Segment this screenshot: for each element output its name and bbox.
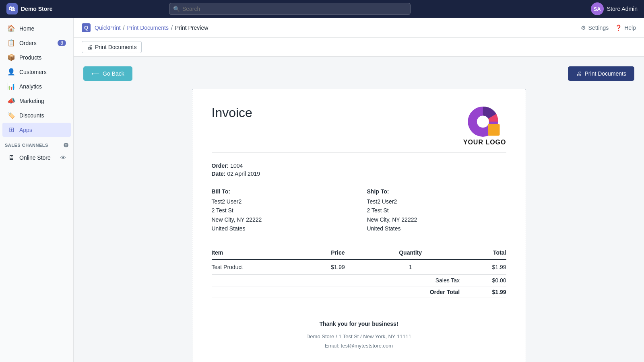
bill-to-country: United States xyxy=(212,224,351,233)
ship-to-city: New City, NY 22222 xyxy=(367,215,506,224)
order-number-value: 1004 xyxy=(230,162,243,169)
col-item: Item xyxy=(212,246,315,259)
sales-tax-label: Sales Tax xyxy=(361,274,460,286)
print-documents-label: Print Documents xyxy=(585,70,626,77)
logo-graphic xyxy=(464,105,505,138)
add-sales-channel-icon[interactable]: ⊕ xyxy=(63,141,69,149)
invoice-header: Invoice Y xyxy=(212,105,506,153)
svg-point-2 xyxy=(477,115,489,128)
orders-icon: 📋 xyxy=(7,39,15,47)
invoice-footer: Thank you for your business! Demo Store … xyxy=(212,311,506,351)
sub-header: Q QuickPrint / Print Documents / Print P… xyxy=(74,18,644,38)
sidebar-item-customers[interactable]: 👤 Customers xyxy=(2,65,71,79)
help-button[interactable]: ❓ Help xyxy=(615,25,636,31)
arrow-left-icon: ⟵ xyxy=(91,70,99,77)
item-price: $1.99 xyxy=(315,259,361,275)
help-icon: ❓ xyxy=(615,25,622,31)
printer-icon-2: 🖨 xyxy=(576,70,582,77)
content-area: ⟵ Go Back 🖨 Print Documents Invoice xyxy=(74,57,644,362)
sidebar-item-label: Products xyxy=(19,54,41,61)
col-quantity: Quantity xyxy=(361,246,460,259)
ship-to-country: United States xyxy=(367,224,506,233)
sidebar-item-apps[interactable]: ⊞ Apps xyxy=(2,123,71,137)
breadcrumb-separator-2: / xyxy=(171,25,173,31)
addresses: Bill To: Test2 User2 2 Test St New City,… xyxy=(212,188,506,233)
help-label: Help xyxy=(624,25,636,31)
sidebar-item-label: Analytics xyxy=(19,83,42,90)
search-input[interactable] xyxy=(169,3,411,15)
sidebar-item-discounts[interactable]: 🏷️ Discounts xyxy=(2,108,71,122)
shopify-logo-icon: 🛍 xyxy=(6,3,18,14)
bill-to-name: Test2 User2 xyxy=(212,197,351,206)
breadcrumb-quickprint[interactable]: QuickPrint xyxy=(95,25,121,31)
go-back-label: Go Back xyxy=(103,70,124,77)
sidebar-item-home[interactable]: 🏠 Home xyxy=(2,21,71,35)
store-info-text: Demo Store / 1 Test St / New York, NY 11… xyxy=(212,332,506,341)
store-name: Demo Store xyxy=(21,6,53,12)
logo-text: YOUR LOGO xyxy=(463,139,506,146)
email-info-text: Email: test@myteststore.com xyxy=(212,341,506,350)
order-label: Order: xyxy=(212,162,229,169)
bill-to-block: Bill To: Test2 User2 2 Test St New City,… xyxy=(212,188,351,233)
sales-channels-label: SALES CHANNELS xyxy=(5,143,48,148)
date-label: Date: xyxy=(212,171,226,177)
settings-label: Settings xyxy=(588,25,609,31)
date-value: 02 April 2019 xyxy=(227,171,260,177)
breadcrumb: Q QuickPrint / Print Documents / Print P… xyxy=(82,23,208,32)
invoice-date: Date: 02 April 2019 xyxy=(212,171,506,177)
table-row: Test Product $1.99 1 $1.99 xyxy=(212,259,506,275)
customers-icon: 👤 xyxy=(7,68,15,76)
sidebar-item-label: Orders xyxy=(19,40,37,46)
analytics-icon: 📊 xyxy=(7,82,15,90)
svg-rect-1 xyxy=(488,124,500,136)
admin-name: Store Admin xyxy=(607,6,638,12)
sidebar-item-analytics[interactable]: 📊 Analytics xyxy=(2,79,71,93)
order-total-row: Order Total $1.99 xyxy=(212,286,506,298)
breadcrumb-print-documents[interactable]: Print Documents xyxy=(127,25,168,31)
online-store-icon: 🖥 xyxy=(7,154,15,161)
invoice-card: Invoice Y xyxy=(192,89,526,362)
invoice-table: Item Price Quantity Total Test Product $… xyxy=(212,246,506,298)
printer-icon: 🖨 xyxy=(87,44,93,50)
sidebar-item-orders[interactable]: 📋 Orders 8 xyxy=(2,36,71,50)
thank-you-text: Thank you for your business! xyxy=(212,321,506,327)
store-logo[interactable]: 🛍 Demo Store xyxy=(6,3,79,14)
sidebar-item-label: Marketing xyxy=(19,98,44,104)
settings-icon: ⚙ xyxy=(581,25,586,31)
invoice-logo: YOUR LOGO xyxy=(463,105,506,146)
ship-to-block: Ship To: Test2 User2 2 Test St New City,… xyxy=(367,188,506,233)
invoice-title: Invoice xyxy=(212,105,252,120)
home-icon: 🏠 xyxy=(7,25,15,32)
apps-icon: ⊞ xyxy=(7,126,15,134)
search-icon: 🔍 xyxy=(173,6,180,12)
sales-tax-row: Sales Tax $0.00 xyxy=(212,274,506,286)
marketing-icon: 📣 xyxy=(7,97,15,105)
invoice-meta: Order: 1004 Date: 02 April 2019 xyxy=(212,162,506,177)
online-store-settings-icon[interactable]: 👁 xyxy=(60,154,66,161)
ship-to-name: Test2 User2 xyxy=(367,197,506,206)
sidebar-item-label: Customers xyxy=(19,69,47,75)
sales-channels-header: SALES CHANNELS ⊕ xyxy=(0,137,73,150)
sidebar-item-marketing[interactable]: 📣 Marketing xyxy=(2,94,71,108)
sidebar-item-label: Apps xyxy=(19,127,32,133)
settings-button[interactable]: ⚙ Settings xyxy=(581,25,609,31)
print-documents-top-label: Print Documents xyxy=(95,44,136,50)
page-actions-bar: 🖨 Print Documents xyxy=(74,38,644,57)
item-quantity: 1 xyxy=(361,259,460,275)
avatar[interactable]: SA xyxy=(591,2,604,15)
go-back-button[interactable]: ⟵ Go Back xyxy=(83,66,132,81)
main-content: Q QuickPrint / Print Documents / Print P… xyxy=(74,18,644,362)
search-container: 🔍 xyxy=(169,3,411,15)
print-documents-top-button[interactable]: 🖨 Print Documents xyxy=(82,41,142,53)
products-icon: 📦 xyxy=(7,53,15,61)
print-documents-button[interactable]: 🖨 Print Documents xyxy=(568,66,634,81)
sub-header-actions: ⚙ Settings ❓ Help xyxy=(581,25,636,31)
sidebar-item-products[interactable]: 📦 Products xyxy=(2,50,71,64)
item-name: Test Product xyxy=(212,259,315,275)
bill-to-city: New City, NY 22222 xyxy=(212,215,351,224)
orders-badge: 8 xyxy=(58,40,66,46)
sidebar-item-online-store[interactable]: 🖥 Online Store 👁 xyxy=(2,151,71,165)
col-price: Price xyxy=(315,246,361,259)
order-total-value: $1.99 xyxy=(460,286,506,298)
order-total-label: Order Total xyxy=(361,286,460,298)
